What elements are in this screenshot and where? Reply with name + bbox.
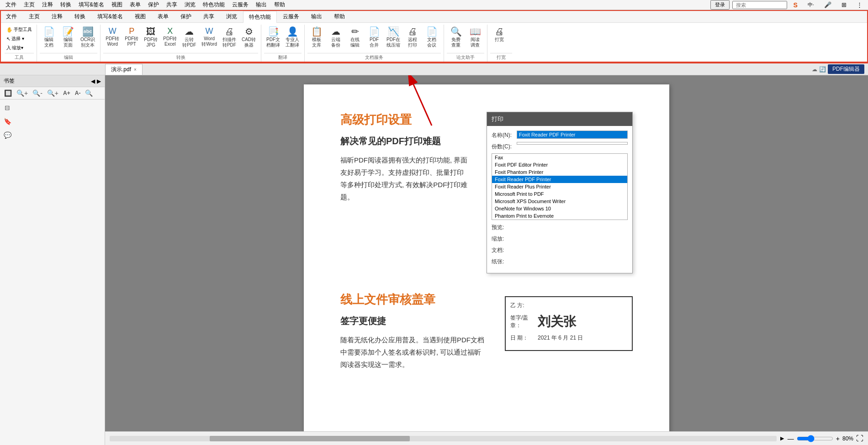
menu-item-file[interactable]: 文件 (2, 0, 20, 10)
tab-sign[interactable]: 填写&签名 (91, 10, 129, 22)
zoom-out-button[interactable]: — (788, 435, 794, 442)
lang-toggle[interactable]: 中· (804, 0, 818, 9)
pdf-merge-button[interactable]: 📄 PDF合并 (365, 26, 383, 49)
print-list-item-reader[interactable]: Foxit Reader PDF Printer (492, 176, 627, 183)
ocr-button[interactable]: 🔤 OCR识别文本 (78, 26, 97, 49)
pdf-to-excel-button[interactable]: X PDF转Excel (161, 26, 179, 48)
tab-comment[interactable]: 注释 (46, 10, 69, 22)
tab-browse[interactable]: 浏览 (220, 10, 243, 22)
tab-help[interactable]: 帮助 (328, 10, 351, 22)
search-input[interactable] (732, 1, 787, 9)
cloud-icon[interactable]: ☁ (812, 66, 817, 73)
login-button[interactable]: 登录 (710, 0, 730, 10)
sidebar-tool-zoom-in2[interactable]: 🔍+ (46, 89, 60, 97)
template-button[interactable]: 📋 模板文库 (307, 26, 326, 49)
sidebar-icon-comment[interactable]: 💬 (2, 130, 13, 141)
remote-print-button[interactable]: 🖨 远程打印 (403, 26, 422, 49)
more-icon[interactable]: ⋮ (853, 0, 866, 9)
menu-item-special[interactable]: 特色功能 (199, 0, 228, 10)
print-list-item-ms-pdf[interactable]: Microsoft Print to PDF (492, 190, 627, 198)
menu-item-view[interactable]: 视图 (108, 0, 126, 10)
online-edit-button[interactable]: ✏ 在线编辑 (346, 26, 364, 49)
zoom-tool-button[interactable]: 入 缩放▾ (5, 44, 34, 52)
tab-file[interactable]: 文件 (0, 10, 23, 22)
select-tool-button[interactable]: ↖ 选择 ▾ (5, 35, 34, 43)
sidebar-tool-zoom-in1[interactable]: 🔍+ (15, 89, 29, 97)
print-list-item-evernote[interactable]: Phantom Print to Evernote (492, 212, 627, 220)
pdf-to-word-button[interactable]: W PDF转Word (103, 26, 122, 48)
zoom-plus-button[interactable]: + (836, 435, 840, 442)
tab-output[interactable]: 输出 (305, 10, 328, 22)
tab-share[interactable]: 共享 (197, 10, 220, 22)
human-translate-button[interactable]: 👤 专业人工翻译 (283, 26, 302, 49)
print-wide-button[interactable]: 🖨 打宽 (490, 26, 508, 44)
sidebar-tool-expand[interactable]: 🔲 (3, 89, 13, 97)
menu-item-comment[interactable]: 注释 (38, 0, 57, 10)
sidebar-tool-font-up[interactable]: A+ (62, 89, 72, 97)
zoom-slider[interactable] (797, 435, 833, 442)
menu-item-help[interactable]: 帮助 (270, 0, 289, 10)
word-to-word-button[interactable]: W Word转Word (199, 26, 219, 48)
ribbon-group-printwide-items: 🖨 打宽 (490, 26, 512, 52)
sidebar-tool-zoom-out[interactable]: 🔍- (31, 89, 44, 97)
mic-icon[interactable]: 🎤 (820, 0, 835, 9)
pdf-editor-button[interactable]: PDF编辑器 (828, 64, 864, 74)
sidebar-nav-next[interactable]: ▶ (97, 78, 101, 84)
print-list-item-onenote[interactable]: OneNote for Windows 10 (492, 205, 627, 212)
hand-tool-button[interactable]: ✋ 手型工具 (5, 26, 34, 34)
scan-convert-button[interactable]: 🖨 扫描件转PDF (220, 26, 238, 49)
menu-item-output[interactable]: 输出 (252, 0, 270, 10)
pdf-compress-button[interactable]: 📉 PDF在线压缩 (384, 26, 402, 49)
cloud-convert-icon: ☁ (185, 27, 194, 36)
pdf-to-jpg-button[interactable]: 🖼 PDF转JPG (142, 26, 160, 49)
menu-item-form[interactable]: 表单 (126, 0, 144, 10)
sidebar-icon-thumb[interactable]: ⊟ (2, 102, 13, 113)
edit-doc-button[interactable]: 📄 编辑文档 (40, 26, 58, 49)
sidebar-nav-prev[interactable]: ◀ (91, 78, 95, 84)
menu-item-convert[interactable]: 转换 (57, 0, 75, 10)
pdf-tab-close[interactable]: × (134, 67, 137, 72)
tab-special[interactable]: 特色功能 (243, 11, 277, 23)
plagiarism-button[interactable]: 🔍 免费查重 (447, 26, 465, 49)
menu-item-share[interactable]: 共享 (163, 0, 181, 10)
tab-protect[interactable]: 保护 (175, 10, 197, 22)
tab-home[interactable]: 主页 (23, 10, 46, 22)
tab-form[interactable]: 表单 (152, 10, 175, 22)
sync-icon[interactable]: 🔄 (819, 66, 826, 73)
pdf-translate-button[interactable]: 📑 PDF文档翻译 (264, 26, 282, 49)
cloud-backup-button[interactable]: ☁ 云端备份 (327, 26, 345, 49)
menu-item-home[interactable]: 主页 (20, 0, 38, 10)
fullscreen-button[interactable]: ⛶ (856, 435, 863, 443)
print-list-item-phantom[interactable]: Foxit Phantom Printer (492, 168, 627, 176)
print-name-input[interactable]: Foxit Reader PDF Printer (517, 131, 628, 139)
sidebar-tool-font-down[interactable]: A- (74, 89, 82, 97)
print-list-item-ms-xps[interactable]: Microsoft XPS Document Writer (492, 198, 627, 205)
print-list-item-fax[interactable]: Fax (492, 154, 627, 161)
print-copies-input[interactable] (517, 142, 628, 145)
menu-item-browse[interactable]: 浏览 (181, 0, 199, 10)
cloud-convert-button[interactable]: ☁ 云转转PDF (180, 26, 198, 49)
main-area: 书签 ◀ ▶ 🔲 🔍+ 🔍- 🔍+ A+ A- 🔍 ⊟ 🔖 💬 (0, 75, 868, 445)
scroll-right-arrow[interactable]: ▶ (780, 435, 784, 441)
doc-meeting-button[interactable]: 📄 文档会议 (423, 26, 441, 49)
sidebar-tool-search[interactable]: 🔍 (84, 89, 94, 97)
menu-item-sign[interactable]: 填写&签名 (75, 0, 108, 10)
menu-item-protect[interactable]: 保护 (144, 0, 163, 10)
print-list-item-reader-plus[interactable]: Foxit Reader Plus Printer (492, 183, 627, 190)
menu-item-cloud[interactable]: 云服务 (228, 0, 252, 10)
tab-convert[interactable]: 转换 (69, 10, 91, 22)
cad-convert-button[interactable]: ⚙ CAD转换器 (239, 26, 258, 49)
tab-cloud[interactable]: 云服务 (277, 10, 305, 22)
print-list-item-editor[interactable]: Foxit PDF Editor Printer (492, 161, 627, 168)
pdf-to-ppt-button[interactable]: P PDF转PPT (122, 26, 141, 48)
stamp-name: 刘关张 (538, 313, 576, 330)
tab-view[interactable]: 视图 (129, 10, 152, 22)
print-dialog-title: 打印 (487, 112, 632, 126)
grid-icon[interactable]: ⊞ (838, 0, 850, 9)
doc-meeting-icon: 📄 (426, 27, 438, 36)
reading-survey-button[interactable]: 📖 阅读调查 (466, 26, 484, 49)
pdf-tab[interactable]: 演示.pdf × (105, 64, 143, 75)
sidebar-icon-bookmark[interactable]: 🔖 (2, 116, 13, 127)
edit-page-button[interactable]: 📝 编辑页面 (59, 26, 77, 49)
scrollbar-horizontal[interactable] (110, 436, 777, 441)
